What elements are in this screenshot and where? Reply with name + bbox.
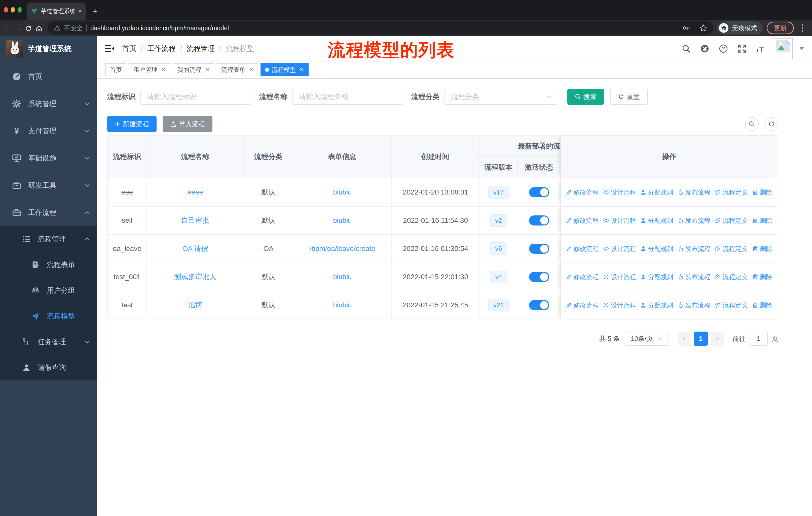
process-definition-link[interactable]: 流程定义 [715, 245, 748, 253]
edit-process-link[interactable]: 修改流程 [566, 301, 599, 309]
avatar[interactable] [775, 38, 793, 59]
assign-rule-link[interactable]: 分配规则 [640, 273, 673, 281]
edit-process-link[interactable]: 修改流程 [566, 216, 599, 225]
zoom-window-button[interactable] [18, 7, 22, 12]
active-toggle[interactable] [529, 272, 549, 282]
close-icon[interactable]: ✕ [205, 66, 209, 73]
update-browser-button[interactable]: 更新 [767, 22, 794, 34]
process-name-input[interactable] [292, 89, 403, 105]
bookmark-star-icon[interactable] [699, 24, 707, 32]
publish-process-link[interactable]: 发布流程 [677, 216, 710, 225]
import-process-button[interactable]: 导入流程 [163, 116, 212, 132]
design-process-link[interactable]: 设计流程 [603, 273, 636, 281]
tab-close-icon[interactable]: × [78, 7, 82, 15]
process-definition-link[interactable]: 流程定义 [715, 301, 748, 309]
edit-process-link[interactable]: 修改流程 [566, 188, 599, 196]
process-definition-link[interactable]: 流程定义 [715, 188, 748, 196]
breadcrumb-workflow[interactable]: 工作流程 [147, 44, 176, 53]
design-process-link[interactable]: 设计流程 [603, 216, 636, 225]
refresh-table-button[interactable] [765, 117, 778, 131]
window-controls[interactable] [0, 0, 27, 20]
github-icon[interactable] [700, 44, 709, 53]
process-name-link[interactable]: 测试多审批人 [174, 272, 216, 282]
edit-process-link[interactable]: 修改流程 [566, 245, 599, 253]
url-text[interactable]: dashboard.yudao.iocoder.cn/bpm/manager/m… [90, 24, 229, 32]
reload-icon[interactable] [23, 24, 34, 32]
close-icon[interactable]: ✕ [161, 66, 166, 73]
publish-process-link[interactable]: 发布流程 [677, 273, 710, 281]
process-name-link[interactable]: 滔博 [188, 300, 202, 310]
breadcrumb-home[interactable]: 首页 [122, 44, 137, 53]
browser-menu-icon[interactable] [798, 24, 807, 32]
assign-rule-link[interactable]: 分配规则 [640, 188, 673, 196]
new-tab-button[interactable]: + [93, 6, 98, 16]
sidebar-item-process-model[interactable]: 流程模型 [0, 303, 97, 329]
font-size-icon[interactable]: TT [756, 44, 765, 53]
active-toggle[interactable] [529, 187, 549, 197]
prev-page-button[interactable] [677, 332, 691, 346]
publish-process-link[interactable]: 发布流程 [677, 188, 710, 196]
process-key-input[interactable] [141, 89, 251, 105]
back-icon[interactable]: ← [2, 24, 12, 32]
delete-link[interactable]: 删除 [752, 301, 772, 309]
design-process-link[interactable]: 设计流程 [603, 301, 636, 309]
sidebar-item-process-form[interactable]: 流程表单 [0, 252, 97, 278]
forward-icon[interactable]: → [12, 24, 23, 32]
search-icon[interactable] [682, 44, 691, 53]
breadcrumb-process-manage[interactable]: 流程管理 [187, 44, 215, 53]
reset-button[interactable]: 重置 [610, 89, 648, 105]
sidebar-item-workflow[interactable]: 工作流程 [0, 199, 97, 226]
process-definition-link[interactable]: 流程定义 [715, 216, 748, 225]
browser-tab[interactable]: 芋道管理系统 × [27, 2, 86, 20]
security-label[interactable]: 不安全 [64, 24, 83, 32]
tab-process-form[interactable]: 流程表单✕ [217, 63, 258, 76]
assign-rule-link[interactable]: 分配规则 [640, 301, 673, 309]
sidebar-item-task-manage[interactable]: 任务管理 [0, 329, 97, 355]
delete-link[interactable]: 删除 [752, 188, 772, 196]
process-category-select[interactable]: 流程分类 [444, 89, 557, 105]
form-info-link[interactable]: biubiu [333, 188, 352, 196]
process-name-link[interactable]: eeee [187, 188, 203, 196]
assign-rule-link[interactable]: 分配规则 [640, 245, 673, 253]
goto-page-input[interactable] [750, 332, 768, 346]
help-icon[interactable]: ? [719, 44, 728, 53]
close-window-button[interactable] [4, 7, 8, 12]
close-icon[interactable]: ✕ [249, 66, 254, 73]
sidebar-item-user-group[interactable]: 用户分组 [0, 278, 97, 303]
sidebar-item-payment[interactable]: ¥ 支付管理 [0, 117, 97, 145]
search-button[interactable]: 搜索 [567, 89, 604, 105]
publish-process-link[interactable]: 发布流程 [677, 245, 710, 253]
tab-process-model[interactable]: 流程模型✕ [261, 63, 308, 76]
delete-link[interactable]: 删除 [752, 273, 772, 281]
design-process-link[interactable]: 设计流程 [603, 188, 636, 196]
process-definition-link[interactable]: 流程定义 [715, 273, 748, 281]
sidebar-item-infra[interactable]: 基础设施 [0, 145, 97, 172]
sidebar-item-system[interactable]: 系统管理 [0, 90, 97, 117]
assign-rule-link[interactable]: 分配规则 [640, 216, 673, 225]
create-process-button[interactable]: 新建流程 [107, 116, 156, 132]
collapse-sidebar-icon[interactable] [105, 45, 114, 53]
active-toggle[interactable] [529, 244, 549, 254]
process-name-link[interactable]: OA 请假 [182, 244, 208, 253]
sidebar-item-devtools[interactable]: 研发工具 [0, 172, 97, 199]
sidebar-item-process-manage[interactable]: 流程管理 [0, 226, 97, 252]
publish-process-link[interactable]: 发布流程 [677, 301, 710, 309]
close-icon[interactable]: ✕ [299, 66, 304, 73]
tab-home[interactable]: 首页 [105, 63, 126, 76]
tab-tenant-manage[interactable]: 租户管理✕ [129, 63, 170, 76]
design-process-link[interactable]: 设计流程 [603, 245, 636, 253]
delete-link[interactable]: 删除 [752, 216, 772, 225]
process-name-link[interactable]: 自己审批 [181, 216, 209, 225]
sidebar-item-home[interactable]: 首页 [0, 63, 97, 90]
show-search-toggle-button[interactable] [745, 117, 759, 131]
delete-link[interactable]: 删除 [752, 245, 772, 253]
active-toggle[interactable] [529, 300, 549, 310]
form-info-link[interactable]: biubiu [333, 216, 352, 224]
address-bar[interactable]: 不安全 dashboard.yudao.iocoder.cn/bpm/manag… [48, 21, 713, 34]
home-icon[interactable] [34, 24, 44, 32]
form-info-link[interactable]: biubiu [333, 273, 352, 281]
tab-my-process[interactable]: 我的流程✕ [173, 63, 214, 76]
next-page-button[interactable] [711, 332, 724, 346]
page-number-current[interactable]: 1 [694, 332, 708, 346]
avatar-caret-icon[interactable] [800, 47, 804, 52]
